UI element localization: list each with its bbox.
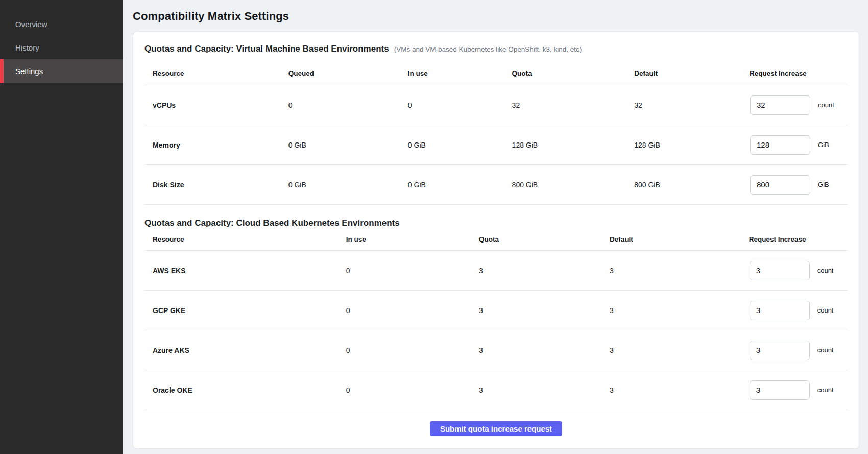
unit-label: count (817, 386, 834, 394)
oracle-oke-request-input[interactable] (750, 380, 810, 400)
table-row-oracle-oke: Oracle OKE 0 3 3 count (144, 370, 848, 410)
cloud-section-title: Quotas and Capacity: Cloud Based Kuberne… (144, 218, 400, 228)
sidebar: Overview History Settings (0, 0, 123, 454)
table-row-gcp-gke: GCP GKE 0 3 3 count (144, 291, 848, 330)
column-header-queued: Queued (280, 69, 400, 77)
quota-value: 128 GiB (504, 141, 626, 149)
in-use-value: 0 (338, 306, 471, 315)
aws-eks-request-input[interactable] (750, 261, 810, 280)
unit-label: count (817, 306, 834, 314)
default-value: 3 (601, 306, 741, 315)
default-value: 3 (601, 346, 741, 354)
resource-name: Azure AKS (144, 346, 338, 354)
column-header-quota: Quota (504, 69, 626, 77)
sidebar-item-settings[interactable]: Settings (0, 59, 123, 83)
default-value: 800 GiB (626, 181, 741, 189)
queued-value: 0 (280, 101, 400, 109)
unit-label: count (818, 101, 834, 109)
resource-name: Memory (144, 141, 280, 149)
submit-row: Submit quota increase request (144, 421, 848, 436)
vm-section-subtitle: (VMs and VM-based Kubernetes like OpenSh… (394, 45, 582, 53)
default-value: 32 (626, 101, 741, 109)
sidebar-item-label: Overview (15, 20, 47, 29)
column-header-quota: Quota (471, 235, 601, 243)
gcp-gke-request-input[interactable] (750, 301, 810, 320)
sidebar-item-label: Settings (15, 67, 43, 76)
quota-value: 32 (504, 101, 626, 109)
sidebar-item-history[interactable]: History (0, 36, 123, 59)
submit-quota-increase-button[interactable]: Submit quota increase request (430, 421, 562, 436)
unit-label: GiB (818, 141, 829, 149)
column-header-request-increase: Request Increase (741, 235, 847, 243)
page-title: Compatibility Matrix Settings (133, 10, 859, 23)
cloud-table-header: Resource In use Quota Default Request In… (144, 235, 848, 251)
resource-name: vCPUs (144, 101, 280, 109)
quota-value: 3 (471, 346, 601, 354)
quota-value: 3 (471, 306, 601, 315)
main-content: Compatibility Matrix Settings Quotas and… (123, 0, 868, 454)
unit-label: count (817, 267, 834, 274)
default-value: 128 GiB (626, 141, 741, 149)
column-header-default: Default (601, 235, 741, 243)
sidebar-item-overview[interactable]: Overview (0, 12, 123, 36)
queued-value: 0 GiB (280, 141, 400, 149)
request-increase-cell: GiB (741, 135, 848, 155)
request-increase-cell: count (741, 95, 848, 115)
sidebar-item-label: History (15, 43, 39, 52)
vm-table-header: Resource Queued In use Quota Default Req… (144, 69, 848, 85)
request-increase-cell: count (741, 341, 847, 360)
column-header-in-use: In use (338, 235, 471, 243)
cloud-section-header: Quotas and Capacity: Cloud Based Kuberne… (144, 218, 848, 228)
in-use-value: 0 (400, 101, 504, 109)
column-header-in-use: In use (400, 69, 504, 77)
vm-section-title: Quotas and Capacity: Virtual Machine Bas… (144, 44, 389, 54)
resource-name: Disk Size (144, 181, 280, 189)
unit-label: count (817, 346, 834, 354)
in-use-value: 0 (338, 386, 471, 394)
quota-value: 3 (471, 386, 601, 394)
table-row-aws-eks: AWS EKS 0 3 3 count (144, 251, 848, 291)
request-increase-cell: count (741, 261, 847, 280)
disk-size-request-input[interactable] (750, 175, 810, 195)
table-row-memory: Memory 0 GiB 0 GiB 128 GiB 128 GiB GiB (144, 125, 848, 165)
in-use-value: 0 (338, 346, 471, 354)
azure-aks-request-input[interactable] (750, 341, 810, 360)
request-increase-cell: count (741, 301, 847, 320)
column-header-request-increase: Request Increase (741, 69, 848, 77)
request-increase-cell: GiB (741, 175, 848, 195)
request-increase-cell: count (741, 380, 847, 400)
table-row-azure-aks: Azure AKS 0 3 3 count (144, 330, 848, 370)
in-use-value: 0 GiB (400, 141, 504, 149)
table-row-disk-size: Disk Size 0 GiB 0 GiB 800 GiB 800 GiB Gi… (144, 165, 848, 205)
quota-settings-card: Quotas and Capacity: Virtual Machine Bas… (133, 31, 859, 449)
resource-name: GCP GKE (144, 306, 338, 315)
queued-value: 0 GiB (280, 181, 400, 189)
resource-name: Oracle OKE (144, 386, 338, 394)
default-value: 3 (601, 386, 741, 394)
in-use-value: 0 (338, 267, 471, 275)
resource-name: AWS EKS (144, 267, 338, 275)
in-use-value: 0 GiB (400, 181, 504, 189)
unit-label: GiB (818, 181, 829, 188)
quota-value: 800 GiB (504, 181, 626, 189)
quota-value: 3 (471, 267, 601, 275)
column-header-resource: Resource (144, 235, 338, 243)
column-header-default: Default (626, 69, 741, 77)
column-header-resource: Resource (144, 69, 280, 77)
memory-request-input[interactable] (750, 135, 810, 155)
vm-section-header: Quotas and Capacity: Virtual Machine Bas… (144, 44, 848, 54)
table-row-vcpus: vCPUs 0 0 32 32 count (144, 85, 848, 125)
default-value: 3 (601, 267, 741, 275)
vcpus-request-input[interactable] (750, 95, 810, 115)
